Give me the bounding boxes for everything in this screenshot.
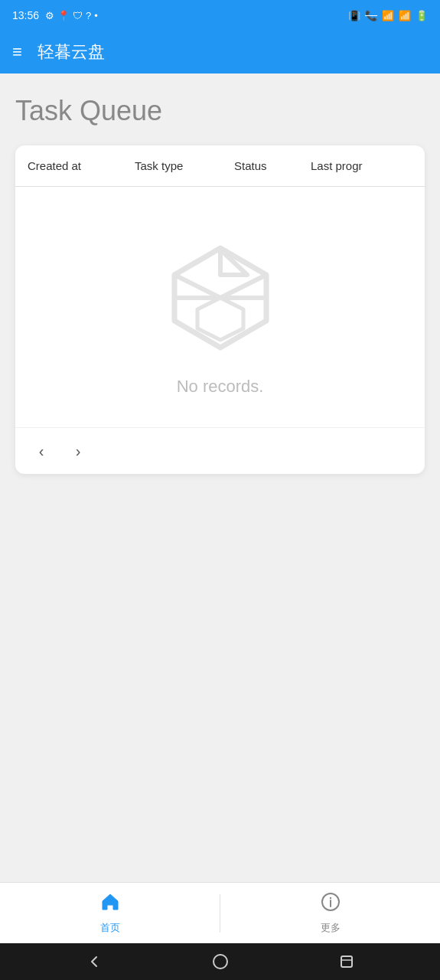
nav-item-more[interactable]: 更多	[220, 883, 440, 943]
page-title: Task Queue	[15, 95, 425, 127]
recents-button[interactable]	[337, 952, 356, 971]
column-last-progress: Last progr	[298, 145, 390, 186]
svg-rect-10	[341, 956, 352, 967]
back-button[interactable]	[85, 952, 103, 971]
pagination: ‹ ›	[15, 427, 425, 474]
next-page-button[interactable]: ›	[64, 437, 92, 465]
svg-marker-5	[197, 298, 243, 340]
app-title: 轻暮云盘	[37, 41, 105, 64]
column-task-type: Task type	[122, 145, 222, 186]
more-nav-label: 更多	[321, 921, 341, 935]
info-icon	[320, 891, 341, 918]
status-time: 13:56	[12, 9, 39, 21]
home-nav-label: 首页	[100, 921, 120, 935]
svg-point-8	[329, 897, 331, 899]
location-icon: 📍	[57, 10, 70, 21]
empty-icon	[159, 233, 282, 358]
task-queue-card: Created at Task type Status Last progr	[15, 145, 425, 474]
call-icon: 📞	[365, 10, 377, 21]
main-content: Task Queue Created at Task type Status L…	[0, 74, 440, 882]
signal-icon: 📶	[399, 10, 411, 21]
help-icon: ?	[86, 10, 91, 21]
empty-state: No records.	[15, 187, 425, 427]
empty-text: No records.	[177, 377, 264, 397]
svg-point-9	[213, 955, 227, 969]
svg-line-3	[220, 275, 266, 298]
top-bar: ≡ 轻暮云盘	[0, 31, 440, 74]
status-bar: 13:56 ⚙ 📍 🛡 ? • 📳 📞 📶 📶 🔋	[0, 0, 440, 31]
battery-icon: 🔋	[416, 10, 428, 21]
android-nav-bar	[0, 943, 440, 980]
home-icon	[99, 891, 121, 918]
status-right: 📳 📞 📶 📶 🔋	[348, 10, 428, 21]
column-created-at: Created at	[15, 145, 122, 186]
svg-line-2	[174, 275, 220, 298]
prev-page-button[interactable]: ‹	[28, 437, 55, 465]
nav-item-home[interactable]: 首页	[0, 883, 220, 943]
home-button[interactable]	[211, 952, 230, 971]
wifi-icon: 📶	[382, 10, 394, 21]
menu-button[interactable]: ≡	[12, 42, 22, 62]
dot-icon: •	[94, 10, 98, 21]
shield-icon: 🛡	[73, 10, 83, 21]
bottom-nav: 首页 更多	[0, 882, 440, 943]
column-status: Status	[222, 145, 298, 186]
settings-icon: ⚙	[45, 10, 54, 21]
vibrate-icon: 📳	[348, 10, 360, 21]
status-left: 13:56 ⚙ 📍 🛡 ? •	[12, 9, 98, 21]
table-header: Created at Task type Status Last progr	[15, 145, 425, 187]
